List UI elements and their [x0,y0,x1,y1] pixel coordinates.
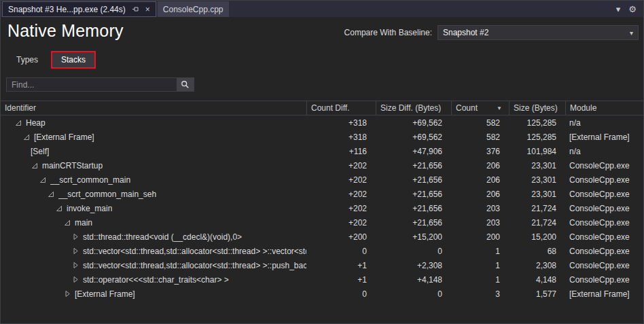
row-size-diff: 0 [376,289,451,299]
identifier-cell: std::vector<std::thread,std::allocator<s… [1,261,306,270]
expander-slot [39,177,47,183]
baseline-dropdown[interactable]: Snapshot #2 ▾ [437,25,639,40]
tree-indent [14,222,63,223]
row-count: 582 [451,118,509,128]
table-row[interactable]: main +202 +21,656 203 21,724 ConsoleCpp.… [1,215,643,230]
row-identifier: std::thread::thread<void (__cdecl&)(void… [83,232,242,242]
close-icon[interactable]: × [145,5,150,14]
expander-slot [55,205,63,212]
tab-stacks[interactable]: Stacks [51,51,96,69]
row-module: ConsoleCpp.exe [565,161,644,170]
row-module: [External Frame] [565,289,644,299]
chevron-down-icon[interactable]: ▾ [616,4,621,14]
pin-icon[interactable] [132,5,139,13]
row-size-diff: +21,656 [376,204,451,213]
identifier-cell: Heap [1,118,306,128]
expanded-triangle-icon[interactable] [56,205,62,212]
row-count-diff: +202 [306,204,376,213]
row-count: 206 [451,175,509,185]
row-size: 125,285 [509,118,565,128]
expanded-triangle-icon[interactable] [23,134,30,141]
expanded-triangle-icon[interactable] [39,177,46,183]
row-size-diff: +15,200 [376,232,451,242]
row-count-diff: 0 [306,247,376,256]
collapsed-triangle-icon[interactable] [72,233,79,240]
identifier-cell: [External Frame] [1,132,306,142]
tab-types[interactable]: Types [7,51,47,69]
native-memory-content: Native Memory Compare With Baseline: Sna… [1,17,643,323]
find-box [6,77,194,92]
gear-icon[interactable]: ⚙ [628,4,637,14]
table-row[interactable]: std::vector<std::thread,std::allocator<s… [1,258,643,272]
row-count-diff: +200 [306,232,376,242]
collapsed-triangle-icon[interactable] [64,290,71,298]
row-count-diff: +318 [306,132,376,142]
table-row[interactable]: [External Frame] 0 0 3 1,577 [External F… [1,287,643,301]
tab-consolecpp[interactable]: ConsoleCpp.cpp [158,1,229,17]
row-count: 1 [451,247,509,256]
search-input[interactable] [7,78,177,91]
expander-slot [71,247,79,255]
column-header-count-label: Count [456,103,478,113]
row-size: 23,301 [509,190,565,199]
table-row[interactable]: Heap +318 +69,562 582 125,285 n/a [1,115,643,130]
row-module: ConsoleCpp.exe [565,190,644,199]
search-icon[interactable] [177,78,194,91]
table-row[interactable]: __scrt_common_main +202 +21,656 206 23,3… [1,173,643,187]
row-size: 2,308 [509,261,565,270]
column-header-identifier[interactable]: Identifier [1,101,306,115]
row-size-diff: +21,656 [376,190,451,199]
column-header-count-diff[interactable]: Count Diff. [306,101,376,115]
expanded-triangle-icon[interactable] [31,162,38,169]
row-module: n/a [565,147,644,156]
tree-indent [14,293,63,294]
stacks-table-rows: Heap +318 +69,562 582 125,285 n/a [Exter… [1,115,643,301]
row-count-diff: +318 [306,118,376,128]
collapsed-triangle-icon[interactable] [72,262,79,269]
row-count-diff: +202 [306,190,376,199]
row-count: 1 [451,275,509,285]
row-module: ConsoleCpp.exe [565,247,644,256]
tabstrip-controls: ▾ ⚙ [616,1,643,17]
expander-slot [22,134,31,141]
table-row[interactable]: [Self] +116 +47,906 376 101,984 n/a [1,144,643,158]
expanded-triangle-icon[interactable] [64,219,71,226]
tree-indent [14,165,31,166]
row-count: 206 [451,190,509,199]
column-header-module[interactable]: Module [565,101,644,115]
identifier-cell: mainCRTStartup [1,161,306,170]
table-row[interactable]: invoke_main +202 +21,656 203 21,724 Cons… [1,201,643,215]
row-module: ConsoleCpp.exe [565,218,644,228]
table-row[interactable]: std::operator<<<std::char_traits<char> >… [1,272,643,287]
dropdown-arrow-icon: ▾ [630,29,633,37]
row-size: 21,724 [509,204,565,213]
column-header-size-diff[interactable]: Size Diff. (Bytes) [376,101,451,115]
column-header-count[interactable]: Count ▼ [451,101,509,115]
tree-indent [14,236,71,237]
table-row[interactable]: std::thread::thread<void (__cdecl&)(void… [1,230,643,244]
native-memory-window: Snapshot #3 He...pp.exe (2.44s) × Consol… [0,0,644,324]
table-row[interactable]: __scrt_common_main_seh +202 +21,656 206 … [1,187,643,201]
expander-slot [31,162,39,169]
expander-slot [71,276,79,283]
expanded-triangle-icon[interactable] [48,191,54,198]
table-row[interactable]: std::vector<std::thread,std::allocator<s… [1,244,643,258]
row-module: ConsoleCpp.exe [565,275,644,285]
collapsed-triangle-icon[interactable] [72,247,79,255]
collapsed-triangle-icon[interactable] [72,276,79,283]
table-row[interactable]: [External Frame] +318 +69,562 582 125,28… [1,130,643,144]
column-header-size[interactable]: Size (Bytes) [509,101,565,115]
expanded-triangle-icon[interactable] [15,120,22,126]
table-row[interactable]: mainCRTStartup +202 +21,656 206 23,301 C… [1,158,643,173]
row-count-diff: +116 [306,147,376,156]
row-identifier: std::operator<<<std::char_traits<char> > [83,275,229,285]
expander-slot [63,290,71,298]
identifier-cell: main [1,218,306,228]
baseline-label: Compare With Baseline: [344,28,432,37]
tab-snapshot[interactable]: Snapshot #3 He...pp.exe (2.44s) × [2,1,156,17]
row-count: 1 [451,261,509,270]
row-size: 1,577 [509,289,565,299]
row-identifier: mainCRTStartup [42,161,103,170]
row-size: 15,200 [509,232,565,242]
row-size: 23,301 [509,161,565,170]
